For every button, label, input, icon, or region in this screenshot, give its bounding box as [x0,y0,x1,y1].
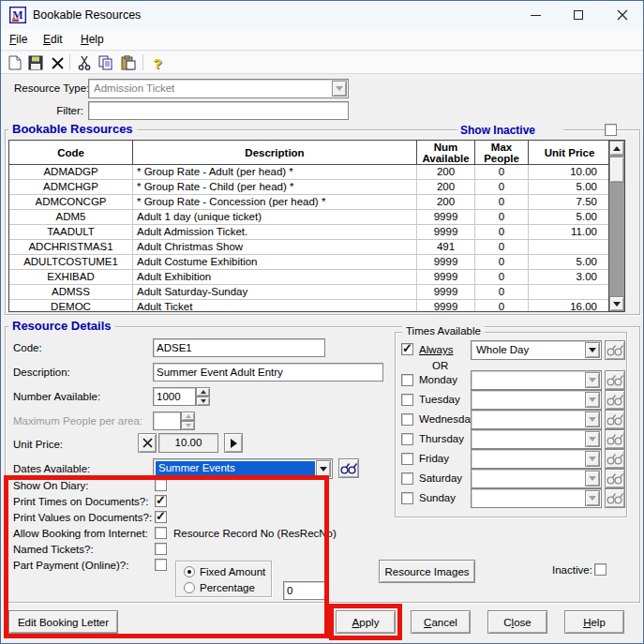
combo-value [473,472,584,486]
cut-icon [78,55,91,70]
scrollbar-thumb[interactable] [609,157,624,183]
app-logo-icon: M [9,7,26,23]
named-tickets-checkbox[interactable] [155,543,167,555]
table-row[interactable]: ADM5Adult 1 day (unique ticket)999905.00 [9,210,610,225]
number-available-input[interactable] [153,387,196,406]
filter-label: Filter: [14,105,83,116]
scroll-down-icon[interactable] [609,296,624,311]
close-dialog-button[interactable]: Close [487,610,547,634]
part-payment-checkbox[interactable] [155,559,167,571]
delete-button[interactable] [48,53,67,72]
spin-up-icon[interactable] [196,387,210,397]
table-cell: 9999 [417,300,475,312]
table-row[interactable]: ADMADGP* Group Rate - Adult (per head) *… [9,165,610,180]
max-people-label: Maximum People per area: [13,415,142,427]
sunday-checkbox[interactable] [401,492,413,504]
show-on-diary-checkbox[interactable] [155,479,167,491]
fixed-amount-radio[interactable] [184,566,195,577]
table-row[interactable]: EXHIBADAdult Exhibition999903.00 [9,270,610,285]
inactive-checkbox[interactable] [594,563,607,576]
table-scrollbar[interactable] [608,141,624,311]
table-row[interactable]: DEMOCAdult Ticket9999016.00 [9,300,610,312]
new-document-button[interactable] [6,53,24,72]
show-on-diary-label: Show On Diary: [13,480,89,491]
table-cell: Adult Christmas Show [133,240,417,255]
table-row[interactable]: ADCHRISTMAS1Adult Christmas Show4910 [9,240,610,255]
binoculars-icon [607,344,623,356]
maximize-button[interactable] [564,1,592,29]
table-row[interactable]: ADMCHGP* Group Rate - Child (per head) *… [9,180,610,195]
table-row[interactable]: ADULTCOSTUME1Adult Costume Exhibition999… [9,255,610,270]
scroll-up-icon[interactable] [609,141,624,156]
resource-images-button[interactable]: Resource Images [379,560,475,583]
show-inactive-label: Show Inactive [457,124,563,137]
cancel-button[interactable]: Cancel [411,610,471,634]
table-cell: Adult Costume Exhibition [133,255,417,270]
binoculars-icon [607,492,623,504]
table-cell: 0 [475,195,529,210]
menu-edit[interactable]: Edit [43,33,63,46]
always-label: Always [419,344,453,355]
always-time-combobox[interactable]: Whole Day [471,340,602,360]
saturday-checkbox[interactable] [401,472,413,485]
dates-available-combobox[interactable]: Summer Events [153,458,333,479]
menu-help[interactable]: Help [81,33,104,46]
chevron-down-icon [585,431,600,447]
cut-button[interactable] [75,53,94,72]
dates-available-lookup-button[interactable] [338,458,359,478]
table-cell: 200 [417,180,475,195]
binoculars-icon [607,453,623,465]
apply-button[interactable]: Apply [336,610,396,634]
filter-input[interactable] [88,101,349,120]
always-checkbox[interactable] [401,343,413,355]
close-button[interactable] [608,1,637,29]
binoculars-icon [607,472,623,485]
code-input[interactable] [153,338,325,357]
combo-value [473,432,584,446]
table-cell: 5.00 [529,180,610,195]
paste-button[interactable] [119,53,138,72]
spin-down-icon[interactable] [196,397,210,406]
binoculars-icon [607,394,623,406]
print-times-label: Print Times on Documents?: [13,496,148,507]
column-header-code[interactable]: Code [9,141,133,164]
column-header-max-people[interactable]: Max People [475,141,529,164]
help-toolbar-button[interactable]: ? [148,53,167,72]
edit-booking-letter-button[interactable]: Edit Booking Letter [8,610,118,634]
save-button[interactable] [26,53,45,72]
tuesday-checkbox[interactable] [401,394,413,406]
copy-button[interactable] [97,53,115,72]
unit-price-expand-button[interactable] [224,433,243,453]
show-inactive-checkbox[interactable] [605,124,617,136]
thursday-checkbox[interactable] [401,433,413,445]
unit-price-clear-button[interactable] [138,433,157,453]
chevron-down-icon[interactable] [316,460,331,477]
menu-file[interactable]: File [9,33,27,46]
table-row[interactable]: TAADULTAdult Admission Ticket.9999011.00 [9,225,610,240]
print-times-checkbox[interactable] [155,495,167,507]
minimize-button[interactable] [521,1,549,29]
table-row[interactable]: ADMSSAdult Saturday-Sunday99990 [9,285,610,300]
description-input[interactable] [153,363,383,382]
table-row[interactable]: ADMCONCGP* Group Rate - Concession (per … [9,195,610,210]
friday-checkbox[interactable] [401,453,413,465]
allow-booking-checkbox[interactable] [155,527,167,539]
print-values-checkbox[interactable] [155,511,167,523]
column-header-description[interactable]: Description [133,141,417,164]
paste-icon [121,55,136,70]
column-header-num-available[interactable]: Num Available [417,141,475,164]
part-payment-amount-input[interactable] [283,581,325,600]
table-cell: 10.00 [529,165,610,180]
column-header-unit-price[interactable]: Unit Price [529,141,610,164]
chevron-down-icon[interactable] [585,342,600,358]
help-icon: ? [153,55,161,71]
combo-value [473,412,584,427]
table-cell: 0 [475,210,529,225]
monday-checkbox[interactable] [401,374,413,386]
percentage-radio[interactable] [184,582,195,593]
number-available-stepper[interactable] [196,387,210,406]
help-button[interactable]: Help [564,610,624,634]
table-header: Code Description Num Available Max Peopl… [9,141,610,165]
chevron-down-icon [332,81,347,97]
wednesday-checkbox[interactable] [401,413,413,426]
